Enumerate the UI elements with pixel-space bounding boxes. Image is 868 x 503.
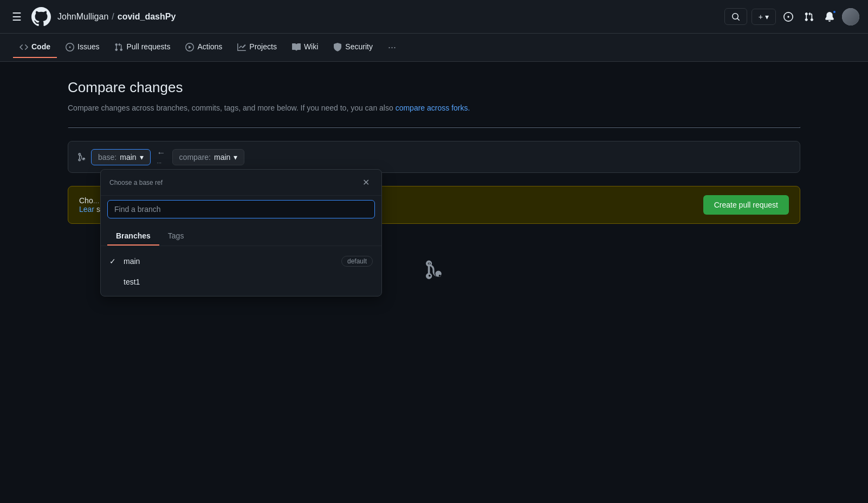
repo-name[interactable]: covid_dashPy (118, 12, 176, 22)
search-button[interactable] (724, 8, 747, 25)
avatar-image (842, 8, 859, 25)
search-icon (731, 12, 740, 21)
check-icon: ✓ (109, 257, 118, 266)
base-branch-name: main (120, 153, 136, 162)
issue-icon (66, 42, 74, 51)
repo-owner[interactable]: JohnMulligan (57, 12, 108, 22)
tab-wiki-label: Wiki (304, 42, 318, 51)
git-diff-icon (423, 259, 445, 281)
notification-dot (832, 10, 837, 14)
tab-issues-label: Issues (77, 42, 99, 51)
nav-actions: + ▾ (724, 8, 859, 25)
code-icon (20, 42, 28, 51)
github-logo-icon (31, 7, 51, 27)
dropdown-close-button[interactable]: ✕ (359, 176, 373, 189)
dropdown-header: Choose a base ref ✕ (101, 170, 381, 196)
top-nav: ☰ JohnMulligan / covid_dashPy + ▾ (0, 0, 868, 34)
tab-wiki[interactable]: Wiki (286, 37, 325, 58)
branch-item-test1[interactable]: ✓ test1 (101, 272, 381, 292)
base-label: base: (98, 153, 116, 162)
dropdown-tabs: Branches Tags (101, 223, 381, 246)
compare-branch-name: main (214, 153, 230, 162)
tab-projects[interactable]: Projects (231, 37, 283, 58)
compare-label: compare: (179, 153, 211, 162)
tab-code-label: Code (31, 42, 50, 51)
repo-tabs: Code Issues Pull requests Actions Projec… (0, 34, 868, 62)
actions-icon (185, 42, 194, 51)
compare-forks-link[interactable]: compare across forks. (396, 104, 470, 112)
tab-pull-requests[interactable]: Pull requests (108, 37, 177, 58)
base-ref-dropdown: Choose a base ref ✕ Branches Tags ✓ main… (100, 169, 382, 296)
ellipsis-label: ··· (157, 160, 166, 166)
chevron-down-icon: ▾ (765, 12, 769, 21)
tab-pull-requests-label: Pull requests (126, 42, 170, 51)
page-description: Compare changes across branches, commits… (68, 102, 800, 114)
swap-branches-button[interactable]: ← (157, 148, 166, 158)
more-tabs-button[interactable]: ··· (384, 37, 400, 57)
breadcrumb-separator: / (112, 12, 114, 22)
dropdown-title: Choose a base ref (109, 179, 163, 186)
page-title: Compare changes (68, 79, 800, 96)
breadcrumb: JohnMulligan / covid_dashPy (57, 12, 176, 22)
tab-issues[interactable]: Issues (59, 37, 106, 58)
security-icon (333, 42, 342, 51)
issues-nav-button[interactable] (780, 9, 796, 25)
tab-projects-label: Projects (249, 42, 277, 51)
tab-actions[interactable]: Actions (179, 37, 229, 58)
main-content: Compare changes Compare changes across b… (55, 62, 813, 320)
dropdown-search-area (101, 196, 381, 223)
create-button[interactable]: + ▾ (752, 9, 776, 25)
plus-icon: + (759, 12, 763, 21)
tab-security-label: Security (345, 42, 373, 51)
git-compare-icon (77, 151, 87, 163)
dropdown-branch-list: ✓ main default ✓ test1 (101, 246, 381, 296)
compare-bar: base: main ▾ ← ··· compare: main ▾ (68, 141, 800, 173)
banner-cho: Cho (79, 196, 93, 205)
branch-name-test1: test1 (124, 278, 140, 286)
pr-icon (114, 42, 123, 51)
learn-more-link[interactable]: Lear (79, 205, 94, 214)
hamburger-button[interactable]: ☰ (9, 7, 25, 27)
branch-item-main[interactable]: ✓ main default (101, 250, 381, 272)
dropdown-tab-branches[interactable]: Branches (107, 227, 159, 246)
avatar[interactable] (842, 8, 859, 25)
compare-branch-button[interactable]: compare: main ▾ (172, 149, 245, 165)
chevron-down-icon: ▾ (140, 153, 144, 162)
base-branch-button[interactable]: base: main ▾ (91, 149, 151, 165)
projects-icon (237, 42, 246, 51)
default-badge: default (341, 256, 373, 267)
arrow-left-icon: ← (157, 148, 166, 158)
branch-name-main: main (124, 257, 140, 266)
notifications-button[interactable] (821, 9, 838, 25)
create-pull-request-button[interactable]: Create pull request (703, 195, 789, 215)
dropdown-tab-tags[interactable]: Tags (159, 227, 193, 246)
tab-security[interactable]: Security (327, 37, 379, 58)
tab-code[interactable]: Code (13, 37, 57, 58)
chevron-down-icon-compare: ▾ (234, 153, 237, 162)
pull-requests-nav-button[interactable] (801, 9, 817, 25)
tab-actions-label: Actions (197, 42, 222, 51)
banner-text-content: Cho... (79, 196, 99, 205)
find-branch-input[interactable] (107, 200, 375, 218)
wiki-icon (292, 42, 301, 51)
